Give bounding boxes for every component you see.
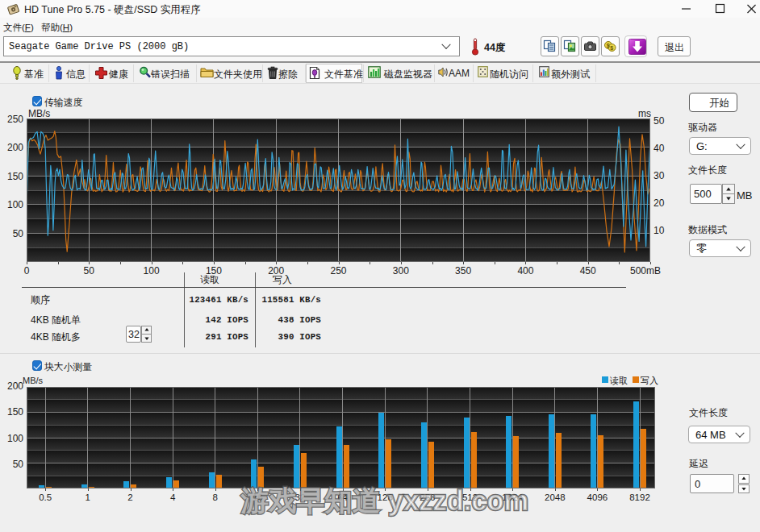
svg-text:游戏早知道 yxzzd.com: 游戏早知道 yxzzd.com <box>240 485 529 516</box>
svg-text:$: $ <box>610 45 613 52</box>
svg-text:$: $ <box>607 43 610 49</box>
